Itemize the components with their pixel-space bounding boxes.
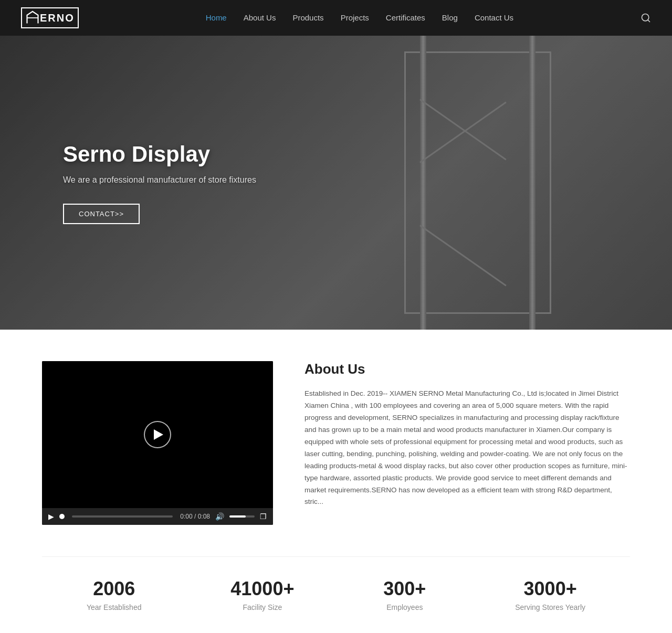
nav-item-contact[interactable]: Contact Us [475, 13, 513, 23]
hero-title: Serno Display [63, 142, 256, 167]
nav-item-products[interactable]: Products [292, 13, 323, 23]
fullscreen-button[interactable]: ❐ [260, 512, 267, 521]
stat-stores: 3000+ Serving Stores Yearly [515, 578, 585, 611]
video-main-area [42, 361, 273, 508]
video-time: 0:00 / 0:08 [180, 513, 210, 520]
search-button[interactable] [640, 13, 651, 23]
nav-link-products[interactable]: Products [292, 13, 323, 22]
about-text: About Us Established in Dec. 2019-- XIAM… [304, 361, 630, 508]
svg-line-2 [648, 20, 650, 22]
nav-item-certificates[interactable]: Certificates [386, 13, 425, 23]
progress-bar[interactable] [72, 515, 173, 518]
stat-year-number: 2006 [87, 578, 142, 600]
logo-icon [25, 10, 40, 25]
volume-bar[interactable] [229, 515, 255, 518]
contact-button[interactable]: CONTACT>> [63, 204, 140, 224]
progress-dot [59, 514, 65, 519]
stat-stores-number: 3000+ [515, 578, 585, 600]
nav-link-about[interactable]: About Us [244, 13, 276, 22]
hero-subtitle: We are a professional manufacturer of st… [63, 175, 256, 185]
nav-link-home[interactable]: Home [206, 13, 227, 22]
nav-item-about[interactable]: About Us [244, 13, 276, 23]
stat-facility-size: 41000+ Facility Size [230, 578, 294, 611]
stat-stores-label: Serving Stores Yearly [515, 603, 585, 611]
play-icon [154, 429, 163, 440]
play-button[interactable] [144, 421, 171, 448]
stat-facility-label: Facility Size [230, 603, 294, 611]
stat-facility-number: 41000+ [230, 578, 294, 600]
stats-section: 2006 Year Established 41000+ Facility Si… [0, 557, 672, 633]
about-title: About Us [304, 361, 630, 377]
video-player: ▶ 0:00 / 0:08 🔊 ❐ [42, 361, 273, 525]
stat-year-label: Year Established [87, 603, 142, 611]
search-icon [640, 13, 651, 23]
play-pause-button[interactable]: ▶ [48, 512, 54, 521]
hero-content: Serno Display We are a professional manu… [0, 142, 256, 224]
volume-fill [229, 515, 246, 518]
nav-item-home[interactable]: Home [206, 13, 227, 23]
stat-employees-number: 300+ [383, 578, 426, 600]
logo[interactable]: ERNO [21, 7, 79, 28]
nav-item-blog[interactable]: Blog [442, 13, 458, 23]
video-controls: ▶ 0:00 / 0:08 🔊 ❐ [42, 508, 273, 525]
stat-employees: 300+ Employees [383, 578, 426, 611]
nav-item-projects[interactable]: Projects [341, 13, 369, 23]
nav-link-blog[interactable]: Blog [442, 13, 458, 22]
about-section: ▶ 0:00 / 0:08 🔊 ❐ About Us Established i… [0, 330, 672, 556]
volume-button[interactable]: 🔊 [215, 512, 224, 521]
nav-link-contact[interactable]: Contact Us [475, 13, 513, 22]
logo-text: ERNO [40, 12, 75, 24]
nav-links: Home About Us Products Projects Certific… [206, 13, 513, 23]
nav-link-certificates[interactable]: Certificates [386, 13, 425, 22]
stat-employees-label: Employees [383, 603, 426, 611]
stat-year-established: 2006 Year Established [87, 578, 142, 611]
about-description: Established in Dec. 2019-- XIAMEN SERNO … [304, 388, 630, 508]
nav-link-projects[interactable]: Projects [341, 13, 369, 22]
navbar: ERNO Home About Us Products Projects Cer… [0, 0, 672, 36]
hero-section: Serno Display We are a professional manu… [0, 36, 672, 330]
